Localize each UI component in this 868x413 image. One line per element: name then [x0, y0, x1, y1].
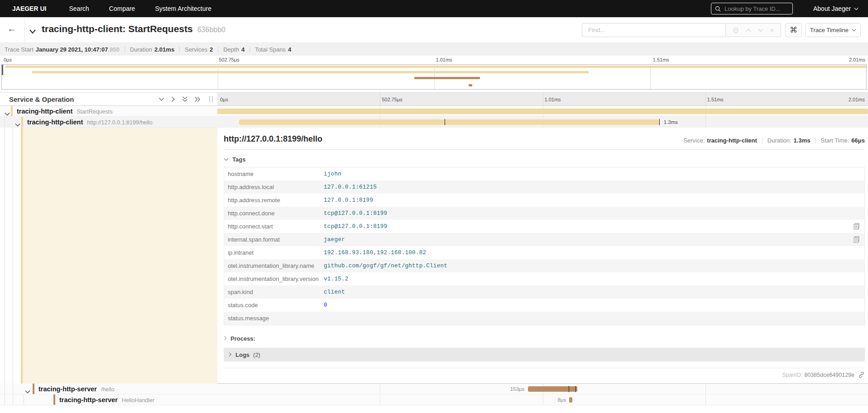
span-row-http-client[interactable]: tracing-http-clienthttp://127.0.0.1:8199… — [0, 117, 868, 128]
span-detail-footer: SpanID: 80385dce6490129e — [224, 368, 865, 378]
find-input-box[interactable] — [582, 23, 726, 37]
gridline — [650, 65, 651, 89]
gridline — [705, 117, 706, 127]
tag-row: hostname ijohn — [224, 167, 864, 180]
find-input[interactable] — [587, 26, 720, 34]
expand-one-icon[interactable] — [171, 96, 175, 102]
divider — [24, 17, 25, 43]
about-jaeger-menu[interactable]: About Jaeger — [813, 0, 858, 17]
span-name: tracing-http-clienthttp://127.0.0.1:8199… — [27, 119, 153, 126]
services-value: 2 — [210, 46, 213, 53]
trace-id-lookup[interactable] — [711, 3, 793, 14]
nav-item-search[interactable]: Search — [69, 5, 89, 12]
span-bar-startrequests[interactable] — [217, 109, 868, 114]
span-bar-hellohandler[interactable] — [569, 397, 572, 403]
service-name: tracing-http-client — [17, 108, 72, 115]
span-detail-header[interactable]: http://127.0.0.1:8199/hello Service: tra… — [224, 134, 865, 150]
minimap-tick: 502.75μs — [219, 57, 239, 62]
duration-value: 2.01ms — [154, 46, 174, 53]
log-marker[interactable] — [445, 119, 445, 125]
app-logo[interactable]: JAEGER UI — [12, 5, 46, 12]
logs-section-toggle[interactable]: Logs (2) — [224, 348, 865, 361]
total-spans-label: Total Spans — [255, 46, 286, 53]
gridline — [380, 394, 380, 405]
about-jaeger-label: About Jaeger — [813, 5, 851, 12]
nav-item-compare[interactable]: Compare — [109, 5, 135, 12]
span-duration-label: 1.3ms — [664, 119, 678, 125]
gridline — [218, 65, 218, 89]
span-name: tracing-http-server/hello — [38, 385, 115, 393]
keyboard-shortcuts-button[interactable]: ⌘ — [785, 23, 802, 37]
match-highlight-icon[interactable] — [733, 27, 739, 33]
nav-item-system-architecture[interactable]: System Architecture — [155, 5, 211, 12]
total-spans-value: 4 — [288, 46, 291, 53]
span-name: tracing-http-clientStartRequests — [17, 108, 112, 115]
expand-all-icon[interactable] — [195, 96, 201, 102]
span-detail-color-fill — [23, 128, 217, 384]
divider — [179, 46, 180, 52]
span-bar-server-hello[interactable] — [528, 386, 577, 392]
span-row-hellohandler[interactable]: tracing-http-serverHelloHandler 8μs — [0, 394, 868, 405]
search-icon — [715, 6, 721, 12]
tree-guide-line — [5, 128, 5, 384]
chevron-down-icon — [854, 7, 858, 10]
trace-id-lookup-input[interactable] — [724, 5, 782, 13]
process-section-toggle[interactable]: Process: — [224, 335, 865, 342]
clear-find-icon[interactable]: × — [770, 26, 774, 34]
log-marker[interactable] — [575, 386, 576, 392]
tag-value: 192.168.93.180,192.168.100.82 — [324, 250, 426, 256]
top-nav: JAEGER UI Search Compare System Architec… — [0, 0, 868, 17]
span-duration-label: 8μs — [557, 397, 566, 403]
copy-value-icon[interactable] — [854, 236, 859, 243]
jaeger-trace-page: JAEGER UI Search Compare System Architec… — [0, 0, 868, 413]
tag-value: jaeger — [324, 237, 345, 243]
tags-table: hostname ijohn http.address.local 127.0.… — [224, 167, 865, 325]
deep-link-icon[interactable] — [858, 371, 865, 378]
divider — [249, 46, 250, 52]
log-marker[interactable] — [569, 386, 569, 392]
service-name: tracing-http-server — [59, 396, 118, 404]
tree-guide-line — [24, 394, 24, 405]
service-value: tracing-http-client — [707, 137, 757, 144]
tree-guide-line — [13, 394, 13, 405]
span-detail-panel: http://127.0.0.1:8199/hello Service: tra… — [217, 128, 868, 384]
minimap-tick: 2.01ms — [849, 57, 865, 62]
collapse-all-icon[interactable] — [182, 96, 188, 102]
gridline — [380, 384, 380, 394]
span-row-server-hello[interactable]: tracing-http-server/hello 153μs — [0, 384, 868, 394]
operation-name: HelloHandler — [122, 397, 154, 404]
tags-section-toggle[interactable]: Tags — [224, 156, 865, 163]
span-detail-row: http://127.0.0.1:8199/hello Service: tra… — [0, 128, 868, 384]
divider — [218, 46, 218, 52]
next-match-icon[interactable] — [758, 28, 763, 32]
collapse-one-icon[interactable] — [158, 97, 164, 101]
tag-row: http.address.local 127.0.0.1:61215 — [224, 180, 864, 194]
span-row-startrequests[interactable]: tracing-http-clientStartRequests — [0, 106, 868, 117]
trace-start-value: January 29 2021, 10:47:07.850 — [36, 46, 120, 53]
trace-title: tracing-http-client: StartRequests636bbb… — [42, 24, 225, 34]
operation-name: http://127.0.0.1:8199/hello — [87, 119, 153, 126]
span-rows: tracing-http-clientStartRequests tracing… — [0, 106, 868, 413]
tag-key: internal.span.format — [224, 236, 324, 243]
tag-key: http.connect.start — [224, 223, 324, 230]
copy-value-icon[interactable] — [854, 223, 859, 230]
tree-guide-line — [5, 117, 5, 127]
tree-guide-line — [5, 394, 5, 405]
prev-match-icon[interactable] — [746, 28, 751, 32]
column-resize-grip[interactable] — [209, 96, 213, 102]
collapse-trace-chevron-icon[interactable] — [29, 28, 36, 36]
tag-key: hostname — [224, 171, 324, 177]
log-marker[interactable] — [659, 119, 660, 125]
back-arrow-button[interactable]: ← — [7, 24, 16, 34]
tag-value: v1.15.2 — [324, 276, 349, 282]
minimap-span-client — [32, 71, 589, 73]
trace-minimap[interactable] — [1, 64, 867, 90]
minimap-drag-handle[interactable] — [2, 65, 3, 75]
span-bar-http-client[interactable] — [239, 119, 659, 125]
tag-row: http.address.remote 127.0.0.1:8199 — [224, 194, 864, 207]
tag-key: span.kind — [224, 289, 324, 295]
operation-name: StartRequests — [77, 109, 112, 115]
tag-row: http.connect.done tcp@127.0.0.1:8199 — [224, 207, 864, 220]
minimap-span-handler — [469, 84, 473, 86]
trace-view-select[interactable]: Trace Timeline — [806, 23, 861, 37]
